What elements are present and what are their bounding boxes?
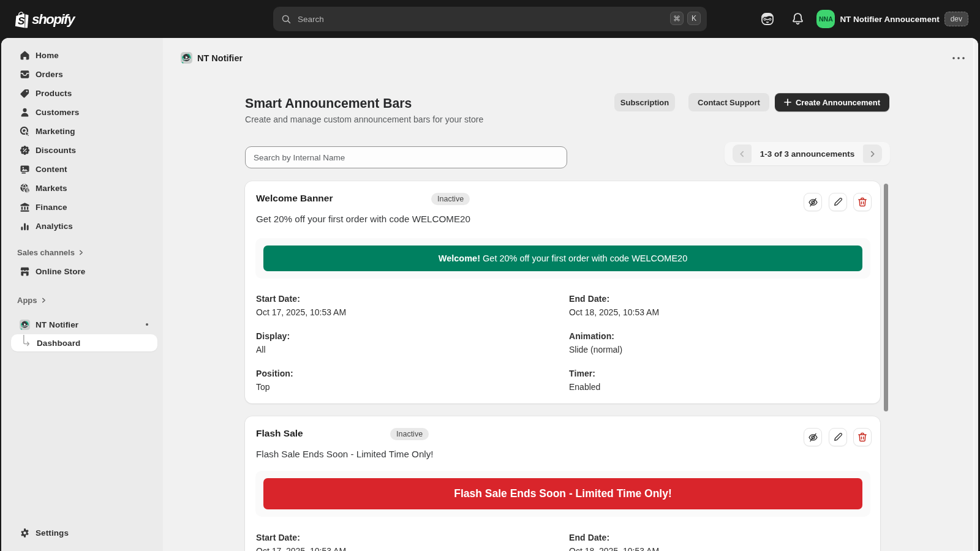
- svg-text:$: $: [26, 187, 29, 193]
- svg-text:S: S: [18, 15, 25, 27]
